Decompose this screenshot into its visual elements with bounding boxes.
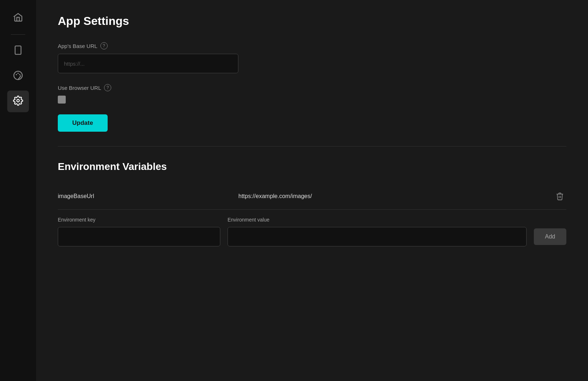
app-base-url-label: App's Base URL ?: [58, 42, 566, 49]
svg-point-3: [16, 74, 17, 75]
add-env-row: Environment key Environment value Add: [58, 217, 566, 246]
app-base-url-section: App's Base URL ?: [58, 42, 566, 73]
env-value-label: Environment value: [228, 217, 566, 223]
env-value-input[interactable]: [228, 227, 527, 246]
sidebar-item-settings[interactable]: [7, 91, 29, 112]
env-key-label: Environment key: [58, 217, 220, 223]
delete-env-var-button[interactable]: [553, 190, 566, 203]
main-content: App Settings App's Base URL ? Use Browse…: [36, 0, 588, 381]
sidebar-item-pages[interactable]: [7, 40, 29, 62]
env-var-row: imageBaseUrl https://example.com/images/: [58, 183, 566, 210]
svg-point-5: [19, 74, 21, 75]
home-icon: [13, 12, 23, 24]
svg-point-4: [17, 73, 19, 74]
svg-point-6: [17, 100, 20, 102]
app-base-url-help-icon[interactable]: ?: [100, 42, 108, 49]
page-title: App Settings: [58, 14, 566, 28]
env-var-key: imageBaseUrl: [58, 193, 231, 200]
env-var-value: https://example.com/images/: [238, 193, 546, 200]
use-browser-url-label: Use Browser URL ?: [58, 84, 566, 91]
add-env-labels: Environment key Environment value: [58, 217, 566, 223]
svg-rect-0: [15, 46, 21, 54]
sidebar: [0, 0, 36, 381]
section-divider: [58, 146, 566, 146]
env-section-title: Environment Variables: [58, 161, 566, 172]
update-button[interactable]: Update: [58, 114, 108, 132]
env-key-input[interactable]: [58, 227, 220, 246]
app-base-url-input[interactable]: [58, 54, 238, 73]
use-browser-url-checkbox[interactable]: [58, 96, 66, 104]
trash-icon: [555, 192, 564, 201]
env-variables-section: Environment Variables imageBaseUrl https…: [58, 161, 566, 246]
sidebar-item-themes[interactable]: [7, 65, 29, 87]
env-vars-list: imageBaseUrl https://example.com/images/: [58, 183, 566, 210]
gear-icon: [13, 96, 23, 107]
palette-icon: [13, 70, 23, 82]
checkbox-wrapper: [58, 96, 566, 104]
use-browser-url-help-icon[interactable]: ?: [104, 84, 111, 91]
use-browser-url-section: Use Browser URL ?: [58, 84, 566, 104]
add-env-inputs: Add: [58, 227, 566, 246]
sidebar-item-home[interactable]: [7, 7, 29, 29]
add-env-var-button[interactable]: Add: [534, 228, 566, 245]
sidebar-divider-1: [11, 34, 25, 35]
tablet-icon: [13, 45, 23, 57]
